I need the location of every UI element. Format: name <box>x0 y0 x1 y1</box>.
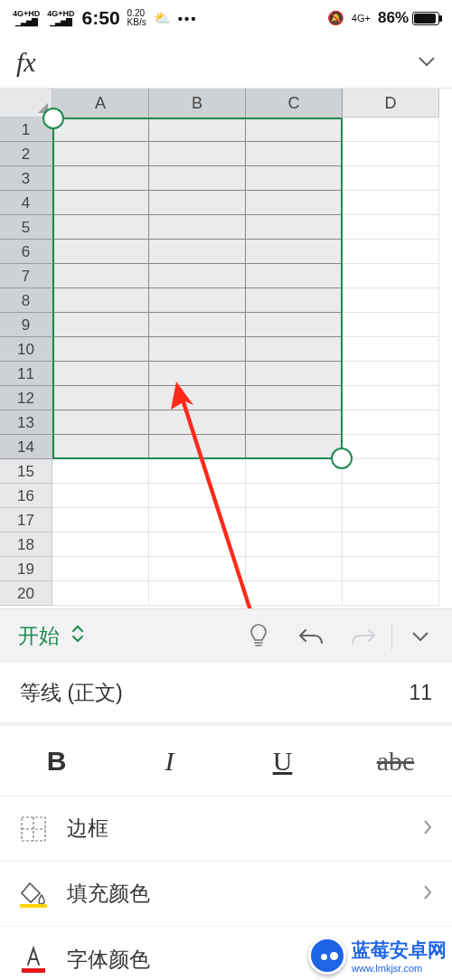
cell[interactable] <box>149 166 246 191</box>
cell[interactable] <box>246 362 343 386</box>
formula-bar[interactable]: fx <box>0 36 452 89</box>
row-header[interactable]: 16 <box>0 484 52 508</box>
fill-color-menu[interactable]: 填充颜色 <box>0 862 452 927</box>
column-header[interactable]: C <box>246 89 343 118</box>
cell[interactable] <box>149 118 246 142</box>
row-header[interactable]: 20 <box>0 581 52 606</box>
cell[interactable] <box>343 508 439 532</box>
row-header[interactable]: 10 <box>0 337 52 362</box>
undo-button[interactable] <box>285 610 337 663</box>
cell[interactable] <box>52 313 149 337</box>
column-header[interactable]: A <box>52 89 149 118</box>
spreadsheet-grid[interactable]: ABCD 1234567891011121314151617181920 <box>0 89 452 608</box>
cell[interactable] <box>149 313 246 337</box>
row-header[interactable]: 13 <box>0 410 52 435</box>
cell[interactable] <box>149 362 246 386</box>
cell[interactable] <box>246 288 343 313</box>
cell[interactable] <box>149 215 246 240</box>
cell[interactable] <box>149 532 246 557</box>
row-header[interactable]: 4 <box>0 191 52 215</box>
cell[interactable] <box>246 532 343 557</box>
row-header[interactable]: 15 <box>0 459 52 484</box>
chevron-down-icon[interactable] <box>418 54 436 71</box>
cell[interactable] <box>343 459 439 484</box>
cell[interactable] <box>52 459 149 484</box>
cell[interactable] <box>246 191 343 215</box>
cell[interactable] <box>52 142 149 166</box>
row-header[interactable]: 19 <box>0 557 52 581</box>
cell[interactable] <box>343 532 439 557</box>
cell[interactable] <box>246 118 343 142</box>
row-header[interactable]: 11 <box>0 362 52 386</box>
cell[interactable] <box>246 313 343 337</box>
tab-start[interactable]: 开始 <box>5 622 98 650</box>
row-header[interactable]: 18 <box>0 532 52 557</box>
cell[interactable] <box>149 435 246 459</box>
cell[interactable] <box>52 288 149 313</box>
cell[interactable] <box>343 240 439 264</box>
cell[interactable] <box>149 288 246 313</box>
row-header[interactable]: 2 <box>0 142 52 166</box>
selection-handle-tl[interactable] <box>42 108 64 129</box>
cell[interactable] <box>246 581 343 606</box>
cell[interactable] <box>52 532 149 557</box>
cell[interactable] <box>246 410 343 435</box>
collapse-ribbon-button[interactable] <box>394 610 447 663</box>
cell[interactable] <box>52 337 149 362</box>
cell[interactable] <box>343 484 439 508</box>
underline-button[interactable]: U <box>226 746 339 777</box>
row-header[interactable]: 17 <box>0 508 52 532</box>
cell[interactable] <box>149 581 246 606</box>
cell[interactable] <box>149 410 246 435</box>
cell[interactable] <box>52 435 149 459</box>
cell[interactable] <box>343 313 439 337</box>
column-header[interactable]: B <box>149 89 246 118</box>
cell[interactable] <box>246 166 343 191</box>
row-header[interactable]: 7 <box>0 264 52 288</box>
cell[interactable] <box>246 386 343 410</box>
cell[interactable] <box>149 459 246 484</box>
cell[interactable] <box>52 191 149 215</box>
cell[interactable] <box>343 215 439 240</box>
cell[interactable] <box>52 166 149 191</box>
cell[interactable] <box>343 264 439 288</box>
cell[interactable] <box>343 581 439 606</box>
cell[interactable] <box>149 264 246 288</box>
italic-button[interactable]: I <box>113 746 226 777</box>
cell[interactable] <box>246 459 343 484</box>
cell[interactable] <box>52 410 149 435</box>
cell[interactable] <box>52 264 149 288</box>
row-header[interactable]: 6 <box>0 240 52 264</box>
cell[interactable] <box>343 362 439 386</box>
cell[interactable] <box>343 166 439 191</box>
cell[interactable] <box>52 118 149 142</box>
font-size-picker[interactable]: 11 <box>409 681 432 705</box>
cell[interactable] <box>149 386 246 410</box>
cell[interactable] <box>343 410 439 435</box>
cell[interactable] <box>52 484 149 508</box>
cell[interactable] <box>246 215 343 240</box>
cell[interactable] <box>52 508 149 532</box>
cell[interactable] <box>343 288 439 313</box>
cell[interactable] <box>343 386 439 410</box>
strikethrough-button[interactable]: abc <box>339 746 452 777</box>
hint-button[interactable] <box>232 610 285 663</box>
row-header[interactable]: 12 <box>0 386 52 410</box>
cell[interactable] <box>343 118 439 142</box>
cell[interactable] <box>149 191 246 215</box>
cell[interactable] <box>343 435 439 459</box>
cell[interactable] <box>149 508 246 532</box>
cell[interactable] <box>343 142 439 166</box>
cell[interactable] <box>246 240 343 264</box>
cell[interactable] <box>246 142 343 166</box>
cell[interactable] <box>52 581 149 606</box>
row-header[interactable]: 9 <box>0 313 52 337</box>
cell[interactable] <box>149 484 246 508</box>
row-header[interactable]: 14 <box>0 435 52 459</box>
cell[interactable] <box>246 484 343 508</box>
row-header[interactable]: 3 <box>0 166 52 191</box>
row-header[interactable]: 5 <box>0 215 52 240</box>
font-name-picker[interactable]: 等线 (正文) <box>20 679 123 707</box>
cell[interactable] <box>52 240 149 264</box>
cell[interactable] <box>246 508 343 532</box>
